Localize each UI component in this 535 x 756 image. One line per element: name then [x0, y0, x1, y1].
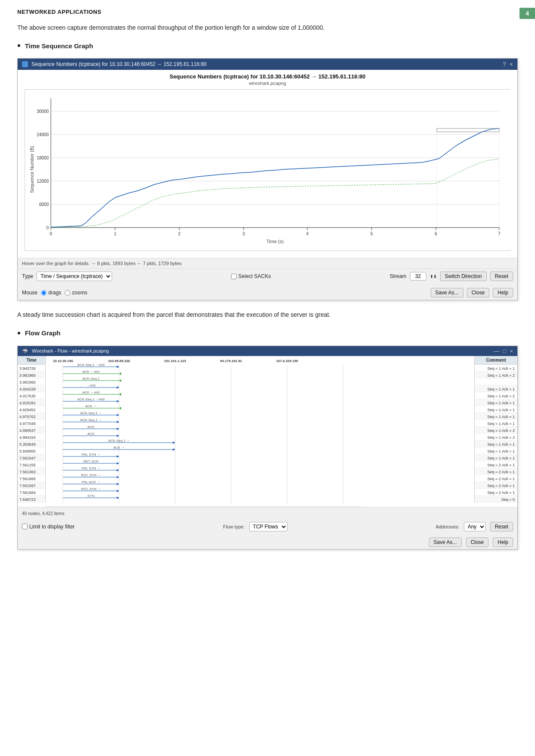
svg-text:4: 4 — [306, 231, 309, 236]
svg-marker-90 — [117, 462, 119, 465]
seq-graph-controls: Type Time / Sequence (tcptrace) Select S… — [18, 269, 517, 300]
save-as-button[interactable]: Save As... — [431, 288, 463, 297]
help-icon[interactable]: ? — [503, 61, 506, 68]
limit-display-filter-label[interactable]: Limit to display filter — [22, 524, 75, 530]
maximize-icon[interactable]: □ — [503, 348, 507, 354]
stream-spinner[interactable]: ⬆⬇ — [430, 274, 437, 279]
svg-text:Sequence Number (B): Sequence Number (B) — [29, 146, 34, 193]
body-text-1: The above screen capture demonstrates th… — [17, 23, 518, 32]
titlebar-controls[interactable]: ? × — [503, 61, 513, 68]
select-sacks-checkbox[interactable] — [231, 274, 237, 279]
svg-text:→443: →443 — [86, 384, 96, 387]
zooms-label: zooms — [72, 290, 87, 296]
drags-radio[interactable] — [41, 290, 47, 296]
page-number-badge: 4 — [519, 8, 535, 19]
svg-marker-72 — [117, 421, 119, 423]
fg-save-as-button[interactable]: Save As... — [429, 537, 462, 547]
fg-body: Time3.9437263.9819603.9819604.0042284.01… — [18, 356, 517, 507]
fg-title-text: Wireshark - Flow - wireshark.pcapng — [32, 348, 109, 353]
reset-button[interactable]: Reset — [490, 272, 513, 281]
svg-text:7: 7 — [498, 231, 501, 236]
svg-marker-105 — [117, 497, 119, 499]
close-icon[interactable]: × — [510, 61, 513, 68]
svg-text:ACK-Seq 1 →: ACK-Seq 1 → — [80, 411, 102, 415]
controls-row-2: Mouse drags zooms Save As... Close Help — [22, 288, 513, 297]
zooms-radio[interactable] — [65, 290, 70, 296]
svg-marker-57 — [117, 386, 119, 389]
select-sacks-label: Select SACKs — [238, 273, 271, 279]
graph-main-title: Sequence Numbers (tcptrace) for 10.10.30… — [21, 73, 514, 80]
svg-marker-51 — [119, 372, 121, 375]
svg-text:FIN, ACK →: FIN, ACK → — [81, 480, 100, 484]
select-sacks-checkbox-label[interactable]: Select SACKs — [231, 273, 271, 279]
fg-wireshark-icon: 🦈 — [22, 348, 28, 353]
svg-marker-81 — [173, 441, 175, 444]
svg-rect-0 — [25, 90, 512, 249]
graph-subtitle: wireshark.pcapng — [21, 81, 514, 86]
fg-controls[interactable]: — □ × — [494, 348, 513, 354]
type-label: Type — [22, 273, 33, 279]
drags-label: drags — [48, 290, 61, 296]
svg-marker-54 — [119, 379, 121, 382]
svg-marker-69 — [117, 414, 119, 416]
seq-graph-window: Sequence Numbers (tcptrace) for 10.10.30… — [17, 58, 518, 300]
seq-graph-container: Sequence Number (B) 0 6000 12000 18000 2… — [25, 89, 510, 251]
svg-text:54.179.181.81: 54.179.181.81 — [220, 359, 242, 363]
seq-graph-body: Sequence Numbers (tcptrace) for 10.10.30… — [18, 70, 517, 258]
svg-text:5: 5 — [370, 231, 373, 236]
svg-text:RST, SYN →: RST, SYN → — [81, 487, 101, 491]
close-button[interactable]: Close — [467, 288, 490, 297]
flow-type-label: Flow type: — [223, 524, 244, 529]
fg-close-button[interactable]: Close — [466, 537, 489, 547]
help-button[interactable]: Help — [493, 288, 513, 297]
svg-marker-63 — [117, 400, 119, 403]
fg-help-button[interactable]: Help — [493, 537, 513, 547]
svg-text:0: 0 — [50, 231, 52, 236]
limit-display-filter-checkbox[interactable] — [22, 524, 28, 529]
svg-text:ACK →: ACK → — [113, 446, 125, 450]
seq-graph-svg: Sequence Number (B) 0 6000 12000 18000 2… — [25, 90, 512, 249]
svg-text:ACK ←443: ACK ←443 — [82, 390, 100, 394]
addresses-select[interactable]: Any — [464, 522, 486, 531]
section-title: NETWORKED APPLICATIONS — [17, 9, 518, 15]
svg-text:10.10.30.196: 10.10.30.196 — [53, 359, 73, 363]
svg-text:107.6.315.150: 107.6.315.150 — [276, 359, 298, 363]
fg-reset-button[interactable]: Reset — [490, 522, 513, 531]
switch-direction-button[interactable]: Switch Direction — [440, 272, 487, 281]
fg-titlebar: 🦈 Wireshark - Flow - wireshark.pcapng — … — [18, 346, 517, 356]
minimize-icon[interactable]: — — [494, 348, 500, 354]
heading-flow-graph: Flow Graph — [17, 328, 518, 339]
svg-text:1: 1 — [114, 231, 116, 236]
svg-text:RST, SYN →: RST, SYN → — [81, 473, 101, 477]
limit-display-filter-text: Limit to display filter — [29, 524, 75, 530]
seq-graph-titlebar: Sequence Numbers (tcptrace) for 10.10.30… — [18, 59, 517, 70]
svg-marker-93 — [117, 469, 119, 472]
svg-text:ACK ←: ACK ← — [85, 404, 97, 408]
svg-text:FIN, SYN →: FIN, SYN → — [81, 466, 100, 470]
close-icon[interactable]: × — [510, 348, 513, 354]
svg-text:6: 6 — [435, 231, 437, 236]
svg-text:ACK ←443: ACK ←443 — [82, 370, 100, 374]
svg-text:ACK-Seq 1 →443: ACK-Seq 1 →443 — [77, 363, 105, 367]
zooms-radio-label[interactable]: zooms — [65, 290, 87, 296]
fg-footer: 40 nodes, 4,422 items Limit to display f… — [18, 507, 517, 549]
drags-radio-label[interactable]: drags — [41, 290, 61, 296]
svg-text:24000: 24000 — [37, 132, 49, 137]
fg-titlebar-title: 🦈 Wireshark - Flow - wireshark.pcapng — [22, 348, 109, 354]
svg-marker-87 — [117, 455, 119, 458]
svg-marker-48 — [117, 366, 119, 368]
svg-text:ACK-Seq 1: ACK-Seq 1 — [82, 377, 100, 381]
svg-text:ACK: ACK — [88, 425, 95, 429]
body-text-2: A steady time succession chart is acquir… — [17, 310, 518, 319]
svg-text:SYN: SYN — [88, 494, 95, 498]
flow-type-select[interactable]: TCP Flows — [249, 522, 288, 531]
stream-input[interactable]: 32 — [410, 272, 426, 281]
wireshark-icon — [22, 61, 28, 67]
svg-text:0: 0 — [46, 225, 49, 230]
svg-text:18000: 18000 — [37, 156, 49, 160]
svg-text:151.101.1.123: 151.101.1.123 — [164, 359, 186, 363]
fg-footer-row2: Limit to display filter Flow type: TCP F… — [22, 522, 513, 531]
type-select[interactable]: Time / Sequence (tcptrace) — [37, 272, 112, 281]
titlebar-left: Sequence Numbers (tcptrace) for 10.10.30… — [22, 61, 206, 67]
fg-comment-column: CommentSeq = 1 Ack = 1Seq = 1 Ack = 2Seq… — [474, 356, 517, 503]
